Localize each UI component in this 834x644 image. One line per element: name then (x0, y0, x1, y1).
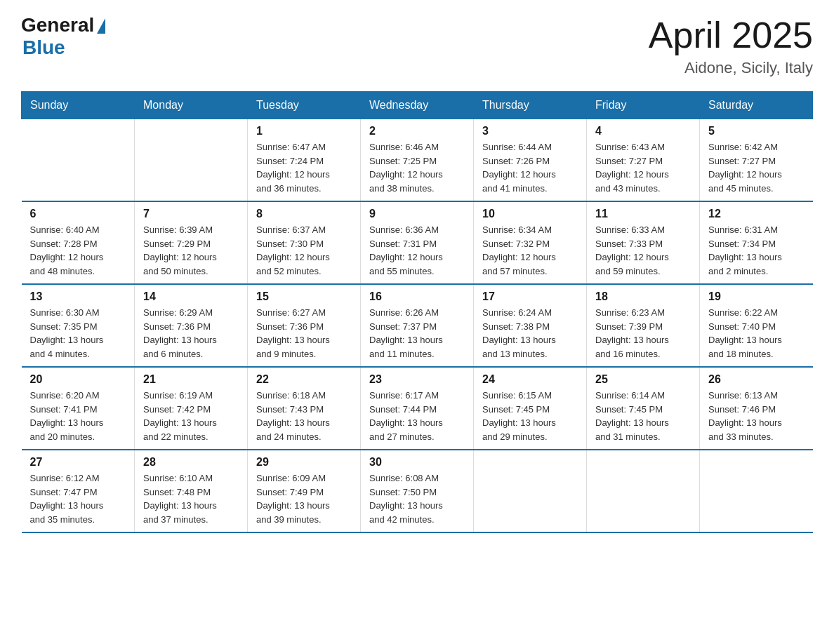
day-number: 1 (256, 125, 352, 137)
calendar-cell: 20Sunrise: 6:20 AM Sunset: 7:41 PM Dayli… (22, 367, 135, 450)
day-info: Sunrise: 6:42 AM Sunset: 7:27 PM Dayligh… (708, 140, 805, 195)
calendar-cell (700, 450, 813, 532)
day-info: Sunrise: 6:08 AM Sunset: 7:50 PM Dayligh… (369, 471, 465, 526)
weekday-header-row: SundayMondayTuesdayWednesdayThursdayFrid… (22, 92, 813, 119)
logo-blue-text: Blue (22, 36, 65, 59)
day-number: 27 (30, 456, 126, 469)
calendar-cell: 16Sunrise: 6:26 AM Sunset: 7:37 PM Dayli… (361, 284, 474, 367)
calendar-cell (22, 119, 135, 202)
day-number: 11 (595, 208, 691, 220)
calendar-table: SundayMondayTuesdayWednesdayThursdayFrid… (21, 91, 813, 533)
day-number: 10 (482, 208, 578, 220)
day-number: 22 (256, 373, 352, 386)
day-number: 9 (369, 208, 465, 220)
day-number: 20 (30, 373, 126, 386)
logo-general-text: General (21, 14, 94, 36)
day-info: Sunrise: 6:43 AM Sunset: 7:27 PM Dayligh… (595, 140, 691, 195)
day-number: 14 (143, 290, 239, 303)
calendar-cell: 30Sunrise: 6:08 AM Sunset: 7:50 PM Dayli… (361, 450, 474, 532)
day-number: 26 (708, 373, 805, 386)
calendar-cell: 23Sunrise: 6:17 AM Sunset: 7:44 PM Dayli… (361, 367, 474, 450)
calendar-cell: 22Sunrise: 6:18 AM Sunset: 7:43 PM Dayli… (248, 367, 361, 450)
day-number: 29 (256, 456, 352, 469)
day-info: Sunrise: 6:29 AM Sunset: 7:36 PM Dayligh… (143, 306, 239, 361)
page-header: General Blue April 2025 Aidone, Sicily, … (21, 14, 813, 77)
calendar-cell (587, 450, 700, 532)
calendar-cell: 3Sunrise: 6:44 AM Sunset: 7:26 PM Daylig… (474, 119, 587, 202)
calendar-cell: 5Sunrise: 6:42 AM Sunset: 7:27 PM Daylig… (700, 119, 813, 202)
calendar-cell: 11Sunrise: 6:33 AM Sunset: 7:33 PM Dayli… (587, 201, 700, 284)
day-info: Sunrise: 6:27 AM Sunset: 7:36 PM Dayligh… (256, 306, 352, 361)
calendar-cell: 15Sunrise: 6:27 AM Sunset: 7:36 PM Dayli… (248, 284, 361, 367)
day-info: Sunrise: 6:18 AM Sunset: 7:43 PM Dayligh… (256, 389, 352, 443)
day-info: Sunrise: 6:14 AM Sunset: 7:45 PM Dayligh… (595, 389, 691, 443)
calendar-week-row: 6Sunrise: 6:40 AM Sunset: 7:28 PM Daylig… (22, 201, 813, 284)
calendar-cell (474, 450, 587, 532)
day-info: Sunrise: 6:47 AM Sunset: 7:24 PM Dayligh… (256, 140, 352, 195)
calendar-cell: 19Sunrise: 6:22 AM Sunset: 7:40 PM Dayli… (700, 284, 813, 367)
calendar-cell: 8Sunrise: 6:37 AM Sunset: 7:30 PM Daylig… (248, 201, 361, 284)
day-info: Sunrise: 6:44 AM Sunset: 7:26 PM Dayligh… (482, 140, 578, 195)
calendar-week-row: 13Sunrise: 6:30 AM Sunset: 7:35 PM Dayli… (22, 284, 813, 367)
calendar-cell: 27Sunrise: 6:12 AM Sunset: 7:47 PM Dayli… (22, 450, 135, 532)
day-number: 28 (143, 456, 239, 469)
calendar-cell: 9Sunrise: 6:36 AM Sunset: 7:31 PM Daylig… (361, 201, 474, 284)
calendar-cell: 4Sunrise: 6:43 AM Sunset: 7:27 PM Daylig… (587, 119, 700, 202)
calendar-cell: 28Sunrise: 6:10 AM Sunset: 7:48 PM Dayli… (135, 450, 248, 532)
day-info: Sunrise: 6:17 AM Sunset: 7:44 PM Dayligh… (369, 389, 465, 443)
day-number: 24 (482, 373, 578, 386)
day-number: 3 (482, 125, 578, 137)
calendar-cell: 12Sunrise: 6:31 AM Sunset: 7:34 PM Dayli… (700, 201, 813, 284)
calendar-cell: 10Sunrise: 6:34 AM Sunset: 7:32 PM Dayli… (474, 201, 587, 284)
day-info: Sunrise: 6:37 AM Sunset: 7:30 PM Dayligh… (256, 223, 352, 278)
day-info: Sunrise: 6:22 AM Sunset: 7:40 PM Dayligh… (708, 306, 805, 361)
day-info: Sunrise: 6:10 AM Sunset: 7:48 PM Dayligh… (143, 471, 239, 526)
calendar-week-row: 20Sunrise: 6:20 AM Sunset: 7:41 PM Dayli… (22, 367, 813, 450)
day-number: 4 (595, 125, 691, 137)
title-block: April 2025 Aidone, Sicily, Italy (649, 14, 813, 77)
calendar-cell: 7Sunrise: 6:39 AM Sunset: 7:29 PM Daylig… (135, 201, 248, 284)
calendar-cell: 14Sunrise: 6:29 AM Sunset: 7:36 PM Dayli… (135, 284, 248, 367)
calendar-cell: 29Sunrise: 6:09 AM Sunset: 7:49 PM Dayli… (248, 450, 361, 532)
day-info: Sunrise: 6:12 AM Sunset: 7:47 PM Dayligh… (30, 471, 126, 526)
calendar-cell: 13Sunrise: 6:30 AM Sunset: 7:35 PM Dayli… (22, 284, 135, 367)
day-number: 30 (369, 456, 465, 469)
weekday-header-thursday: Thursday (474, 92, 587, 119)
day-info: Sunrise: 6:36 AM Sunset: 7:31 PM Dayligh… (369, 223, 465, 278)
calendar-cell: 2Sunrise: 6:46 AM Sunset: 7:25 PM Daylig… (361, 119, 474, 202)
day-info: Sunrise: 6:15 AM Sunset: 7:45 PM Dayligh… (482, 389, 578, 443)
calendar-title: April 2025 (649, 14, 813, 56)
day-number: 17 (482, 290, 578, 303)
calendar-cell: 6Sunrise: 6:40 AM Sunset: 7:28 PM Daylig… (22, 201, 135, 284)
calendar-cell: 1Sunrise: 6:47 AM Sunset: 7:24 PM Daylig… (248, 119, 361, 202)
weekday-header-wednesday: Wednesday (361, 92, 474, 119)
calendar-week-row: 1Sunrise: 6:47 AM Sunset: 7:24 PM Daylig… (22, 119, 813, 202)
calendar-cell: 17Sunrise: 6:24 AM Sunset: 7:38 PM Dayli… (474, 284, 587, 367)
day-info: Sunrise: 6:30 AM Sunset: 7:35 PM Dayligh… (30, 306, 126, 361)
day-info: Sunrise: 6:34 AM Sunset: 7:32 PM Dayligh… (482, 223, 578, 278)
day-number: 21 (143, 373, 239, 386)
day-info: Sunrise: 6:39 AM Sunset: 7:29 PM Dayligh… (143, 223, 239, 278)
day-number: 18 (595, 290, 691, 303)
day-info: Sunrise: 6:09 AM Sunset: 7:49 PM Dayligh… (256, 471, 352, 526)
day-number: 19 (708, 290, 805, 303)
day-number: 15 (256, 290, 352, 303)
day-info: Sunrise: 6:31 AM Sunset: 7:34 PM Dayligh… (708, 223, 805, 278)
calendar-cell: 25Sunrise: 6:14 AM Sunset: 7:45 PM Dayli… (587, 367, 700, 450)
day-number: 8 (256, 208, 352, 220)
day-number: 13 (30, 290, 126, 303)
day-number: 25 (595, 373, 691, 386)
day-info: Sunrise: 6:13 AM Sunset: 7:46 PM Dayligh… (708, 389, 805, 443)
calendar-cell: 24Sunrise: 6:15 AM Sunset: 7:45 PM Dayli… (474, 367, 587, 450)
day-number: 16 (369, 290, 465, 303)
day-number: 6 (30, 208, 126, 220)
calendar-cell (135, 119, 248, 202)
weekday-header-tuesday: Tuesday (248, 92, 361, 119)
day-info: Sunrise: 6:33 AM Sunset: 7:33 PM Dayligh… (595, 223, 691, 278)
day-info: Sunrise: 6:23 AM Sunset: 7:39 PM Dayligh… (595, 306, 691, 361)
weekday-header-friday: Friday (587, 92, 700, 119)
day-number: 2 (369, 125, 465, 137)
weekday-header-sunday: Sunday (22, 92, 135, 119)
day-number: 7 (143, 208, 239, 220)
day-info: Sunrise: 6:40 AM Sunset: 7:28 PM Dayligh… (30, 223, 126, 278)
